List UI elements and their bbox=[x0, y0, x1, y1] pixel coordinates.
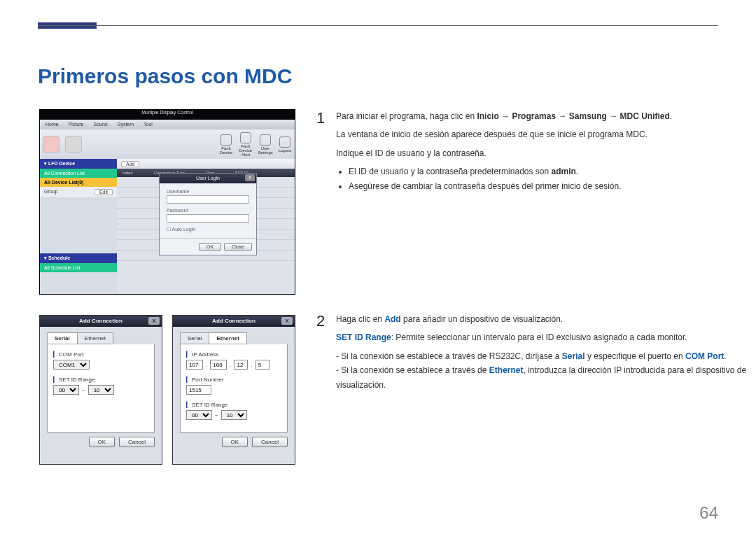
user-login-dialog: User Login X Username Password ☐ Auto Lo… bbox=[159, 173, 257, 255]
sidebar-group-label: Group bbox=[44, 189, 57, 195]
mdc-menubar: Home Picture Sound System Tool bbox=[40, 120, 295, 129]
s1-lead-a: Para iniciar el programa, haga clic en bbox=[336, 111, 477, 121]
port-input[interactable] bbox=[186, 385, 211, 395]
login-close-button[interactable]: Close bbox=[224, 243, 252, 251]
ip-label: IP Address bbox=[186, 351, 281, 358]
step-1-number: 1 bbox=[316, 109, 330, 193]
add-connection-screenshots: Add Connection X Serial Ethernet COM Por… bbox=[39, 315, 295, 465]
s2-dash-1: Si la conexión se establece a través de … bbox=[336, 349, 749, 363]
ac-tabs: Serial Ethernet bbox=[47, 332, 162, 344]
fault-device-label: Fault Device bbox=[220, 146, 232, 155]
s1-p3: Indique el ID de usuario y la contraseña… bbox=[336, 146, 672, 160]
step-2: 2 Haga clic en Add para añadir un dispos… bbox=[316, 312, 749, 392]
setid-to-select[interactable]: 10 bbox=[88, 385, 114, 395]
login-title: User Login X bbox=[160, 174, 256, 183]
setid-label: SET ID Range bbox=[53, 377, 148, 383]
login-title-text: User Login bbox=[196, 176, 220, 181]
ip-3[interactable] bbox=[234, 360, 248, 370]
fault-device-icon[interactable]: Fault Device bbox=[216, 134, 236, 155]
logout-icon[interactable]: Logout bbox=[275, 136, 295, 153]
sidebar-lfd-device[interactable]: ▾ LFD Device bbox=[40, 159, 117, 169]
user-settings-label: User Settings bbox=[258, 146, 273, 155]
user-settings-icon[interactable]: User Settings bbox=[255, 134, 275, 155]
s2-p2b: : Permite seleccionar un intervalo para … bbox=[391, 332, 687, 342]
ac-ok-button[interactable]: OK bbox=[89, 437, 115, 447]
sidebar-edit-button[interactable]: Edit bbox=[94, 189, 113, 195]
page-title: Primeros pasos con MDC bbox=[38, 64, 292, 88]
setid-sep: ~ bbox=[82, 387, 85, 393]
sidebar-all-device-list[interactable]: All Device List(0) bbox=[40, 178, 117, 187]
sidebar-all-schedule-list[interactable]: All Schedule List bbox=[40, 263, 117, 272]
password-label: Password bbox=[167, 208, 249, 213]
tab-ethernet[interactable]: Ethernet bbox=[209, 332, 246, 344]
mdc-toolbar: Fault Device Fault Device Alert User Set… bbox=[40, 129, 295, 159]
close-icon[interactable]: X bbox=[281, 317, 293, 325]
s2-dash-2: Si la conexión se establece a través de … bbox=[336, 363, 749, 392]
s2-lead-c: para añadir un dispositivo de visualizac… bbox=[401, 314, 563, 324]
menu-home[interactable]: Home bbox=[46, 120, 59, 129]
power-off-icon[interactable] bbox=[65, 136, 82, 153]
ac-title: Add Connection X bbox=[40, 316, 162, 327]
ac-cancel-button[interactable]: Cancel bbox=[119, 437, 155, 447]
mdc-toolbar2: Add bbox=[117, 159, 295, 169]
ip-1[interactable] bbox=[186, 360, 203, 370]
username-input[interactable] bbox=[167, 195, 249, 204]
sidebar-all-connection-list[interactable]: All Connection List bbox=[40, 169, 117, 178]
comport-select[interactable]: COM1 bbox=[53, 360, 90, 370]
mdc-app-screenshot: Multiple Display Control Home Picture So… bbox=[39, 109, 295, 295]
close-icon[interactable]: X bbox=[148, 317, 160, 325]
s1-lead-c: . bbox=[670, 111, 672, 121]
menu-picture[interactable]: Picture bbox=[69, 120, 84, 129]
s2-lead-a: Haga clic en bbox=[336, 314, 384, 324]
setid-from-select2[interactable]: 00 bbox=[186, 410, 212, 420]
step-1: 1 Para iniciar el programa, haga clic en… bbox=[316, 109, 672, 193]
login-ok-button[interactable]: OK bbox=[199, 243, 221, 251]
auto-login-checkbox[interactable]: ☐ Auto Login bbox=[167, 227, 195, 232]
menu-sound[interactable]: Sound bbox=[93, 120, 107, 129]
ac-ok-button2[interactable]: OK bbox=[222, 437, 248, 447]
menu-system[interactable]: System bbox=[118, 120, 134, 129]
s1-b1a: El ID de usuario y la contraseña predete… bbox=[349, 167, 552, 176]
tab-ethernet[interactable]: Ethernet bbox=[77, 332, 113, 344]
step-1-body: Para iniciar el programa, haga clic en I… bbox=[336, 109, 672, 193]
sidebar-schedule[interactable]: ▾ Schedule bbox=[40, 253, 117, 263]
sidebar-group: Group Edit bbox=[40, 187, 117, 197]
auto-login-label: Auto Login bbox=[172, 227, 195, 232]
ac-cancel-button2[interactable]: Cancel bbox=[252, 437, 288, 447]
add-connection-serial: Add Connection X Serial Ethernet COM Por… bbox=[39, 315, 162, 465]
port-label: Port Number bbox=[186, 377, 281, 383]
tab-serial[interactable]: Serial bbox=[180, 332, 209, 344]
mdc-titlebar: Multiple Display Control bbox=[40, 110, 295, 120]
ac-pane-ethernet: IP Address . . . Port Number SET ID Rang… bbox=[180, 344, 288, 433]
ac-tabs: Serial Ethernet bbox=[180, 332, 295, 344]
s2-d1b: Serial bbox=[562, 351, 585, 361]
setid-label2: SET ID Range bbox=[186, 402, 281, 408]
s1-b1b: admin bbox=[552, 167, 576, 176]
close-icon[interactable]: X bbox=[245, 174, 255, 181]
add-button[interactable]: Add bbox=[121, 161, 139, 167]
password-input[interactable] bbox=[167, 214, 249, 223]
fault-alert-icon[interactable]: Fault Device Alert bbox=[236, 132, 255, 157]
ac-title-text: Add Connection bbox=[79, 318, 122, 324]
tab-serial[interactable]: Serial bbox=[47, 332, 77, 344]
s2-p2a: SET ID Range bbox=[336, 332, 391, 342]
s1-p2: La ventana de inicio de sesión aparece d… bbox=[336, 127, 672, 141]
ac-title-text: Add Connection bbox=[212, 318, 255, 324]
setid-from-select[interactable]: 00 bbox=[53, 385, 79, 395]
s2-d1c: y especifique el puerto en bbox=[585, 351, 685, 361]
menu-tool[interactable]: Tool bbox=[144, 120, 153, 129]
ip-2[interactable] bbox=[210, 360, 227, 370]
s1-b1c: . bbox=[576, 167, 578, 176]
ip-4[interactable] bbox=[255, 360, 270, 370]
s1-lead-b: Inicio → Programas → Samsung → MDC Unifi… bbox=[477, 111, 669, 121]
comport-label: COM Port bbox=[53, 351, 148, 358]
s2-lead-b: Add bbox=[384, 314, 400, 324]
s2-d1d: COM Port bbox=[685, 351, 724, 361]
s2-d2a: Si la conexión se establece a través de bbox=[341, 365, 489, 375]
s1-bullet-2: Asegúrese de cambiar la contraseña despu… bbox=[349, 179, 672, 193]
hdr-index: Index bbox=[122, 171, 133, 175]
ac-pane-serial: COM Port COM1 SET ID Range 00 ~ 10 bbox=[47, 344, 155, 433]
power-on-icon[interactable] bbox=[43, 136, 59, 153]
s1-bullet-1: El ID de usuario y la contraseña predete… bbox=[349, 164, 672, 178]
setid-to-select2[interactable]: 10 bbox=[221, 410, 247, 420]
